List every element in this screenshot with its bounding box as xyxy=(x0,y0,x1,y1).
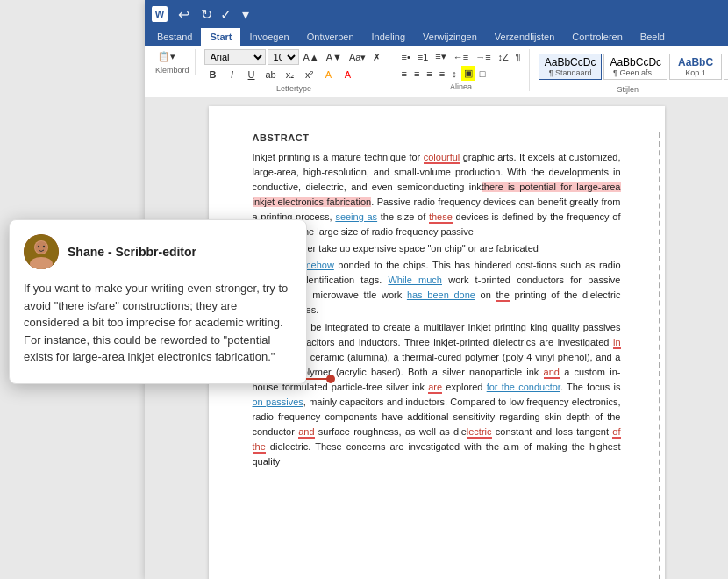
justify-button[interactable]: ≡ xyxy=(437,67,447,81)
text-11: ctric need to be integrated to create a … xyxy=(253,322,621,332)
comment-popup: Shane - Scribbr-editor If you want to ma… xyxy=(9,219,307,384)
line-spacing-button[interactable]: ↕ xyxy=(449,67,460,81)
comment-author: Shane - Scribbr-editor xyxy=(68,245,196,259)
font-controls: Arial 10 A▲ A▼ Aa▾ ✗ xyxy=(204,49,384,65)
comment-body: If you want to make your writing even st… xyxy=(24,280,292,366)
bold-button[interactable]: B xyxy=(204,67,222,82)
undo-button[interactable]: ↩ xyxy=(175,6,192,23)
font-color-button[interactable]: A xyxy=(339,67,357,82)
sort-button[interactable]: ↕Z xyxy=(496,50,511,64)
style-normal[interactable]: AaBbCcDc ¶ Standaard xyxy=(539,54,603,80)
paragraph-buttons: ≡• ≡1 ≡▾ ←≡ →≡ ↕Z ¶ xyxy=(398,49,523,64)
clipboard-label: Klembord xyxy=(155,66,189,75)
text-16: . The focus is xyxy=(560,382,621,392)
bullets-button[interactable]: ≡• xyxy=(398,50,412,64)
has-been-done-text: has been done xyxy=(407,290,475,300)
font-family-select[interactable]: Arial xyxy=(204,49,266,65)
tab-bestand[interactable]: Bestand xyxy=(148,28,201,46)
decrease-indent-button[interactable]: ←≡ xyxy=(451,50,471,64)
for-the-conductor-text: for the conductor xyxy=(487,382,560,392)
tab-ontwerpen[interactable]: Ontwerpen xyxy=(298,28,363,46)
paragraph-group: ≡• ≡1 ≡▾ ←≡ →≡ ↕Z ¶ ≡ ≡ ≡ ≡ ↕ ▣ □ Alinea xyxy=(393,49,529,91)
text-before-colourful: Inkjet printing is a mature technique fo… xyxy=(253,152,424,162)
align-center-button[interactable]: ≡ xyxy=(411,67,422,81)
title-bar-controls: ↩ ↻ ✓ ▾ xyxy=(175,6,254,23)
text-highlight-button[interactable]: A xyxy=(320,67,338,82)
text-15: explored xyxy=(442,382,487,392)
styles-gallery: AaBbCcDc ¶ Standaard AaBbCcDc ¶ Geen afs… xyxy=(539,49,728,83)
avatar xyxy=(24,234,59,269)
border-button[interactable]: □ xyxy=(477,67,489,81)
document-body-2: that they either take up expensive space… xyxy=(253,241,621,256)
tab-controleren[interactable]: Controleren xyxy=(563,28,631,46)
seeing-as-text: seeing as xyxy=(335,211,377,222)
document-body: Inkjet printing is a mature technique fo… xyxy=(253,150,621,239)
save-icon[interactable]: ✓ xyxy=(220,6,232,23)
superscript-button[interactable]: x² xyxy=(301,67,318,82)
shrink-font-button[interactable]: A▼ xyxy=(324,50,345,64)
title-bar: W ↩ ↻ ✓ ▾ xyxy=(145,0,728,28)
and2-text: and xyxy=(298,426,314,439)
tab-beeld[interactable]: Beeld xyxy=(632,28,674,46)
grow-font-button[interactable]: A▲ xyxy=(301,50,322,64)
style-heading2[interactable]: AaBbC Kop 2 xyxy=(724,54,728,80)
on-passives-text: on passives xyxy=(253,397,303,407)
font-size-select[interactable]: 10 xyxy=(268,49,299,65)
underline-button[interactable]: U xyxy=(243,67,261,82)
redo-button[interactable]: ↻ xyxy=(197,6,215,23)
the-text: the xyxy=(496,290,510,302)
tab-verzendlijsten[interactable]: Verzendlijsten xyxy=(486,28,564,46)
word-icon: W xyxy=(152,6,168,22)
paragraph-label: Alinea xyxy=(450,82,472,91)
ribbon-content: 📋▾ Klembord Arial 10 A▲ A▼ Aa▾ ✗ B I U xyxy=(145,46,728,97)
strikethrough-button[interactable]: ab xyxy=(262,67,280,82)
clipboard-buttons: 📋▾ xyxy=(155,49,178,64)
document-body-3: rate and somehow bonded to the chips. Th… xyxy=(253,258,621,318)
svg-point-4 xyxy=(38,246,39,247)
text-19: constant and loss tangent xyxy=(492,426,613,437)
comment-header: Shane - Scribbr-editor xyxy=(24,234,292,269)
shading-button[interactable]: ▣ xyxy=(461,66,475,81)
multilevel-button[interactable]: ≡▾ xyxy=(432,49,448,64)
svg-point-5 xyxy=(43,246,45,247)
style-no-spacing[interactable]: AaBbCcDc ¶ Geen afs... xyxy=(603,54,667,80)
text-9: on xyxy=(475,290,496,300)
tab-invoegen[interactable]: Invoegen xyxy=(240,28,297,46)
font-label: Lettertype xyxy=(276,84,311,93)
while-much-text: While much xyxy=(388,275,442,285)
clear-format-button[interactable]: ✗ xyxy=(370,50,383,65)
customize-button[interactable]: ▾ xyxy=(237,6,254,23)
style-heading1[interactable]: AaBbC Kop 1 xyxy=(669,54,722,80)
tab-start[interactable]: Start xyxy=(201,28,240,46)
dielectric-underline: lectric xyxy=(467,426,492,439)
styles-group: AaBbCcDc ¶ Standaard AaBbCcDc ¶ Geen afs… xyxy=(533,49,723,94)
paste-button[interactable]: 📋▾ xyxy=(155,49,178,64)
text-20: dielectric. These concerns are investiga… xyxy=(253,441,621,467)
connector-dot xyxy=(326,375,335,383)
format-buttons: B I U ab x₂ x² A A xyxy=(204,67,357,82)
comment-margin-line xyxy=(659,132,660,579)
are-text: are xyxy=(428,382,442,394)
align-right-button[interactable]: ≡ xyxy=(424,67,434,81)
subscript-button[interactable]: x₂ xyxy=(282,67,299,82)
text-12: capacitors and inductors. Three inkjet-p… xyxy=(287,337,613,347)
tab-verwijzingen[interactable]: Verwijzingen xyxy=(414,28,486,46)
text-18: surface roughness, as well as die xyxy=(315,426,467,437)
document-body-4: ctric need to be integrated to create a … xyxy=(253,320,621,469)
abstract-title: ABSTRACT xyxy=(253,132,621,143)
styles-label: Stijlen xyxy=(617,85,639,94)
italic-button[interactable]: I xyxy=(224,67,241,82)
alignment-buttons: ≡ ≡ ≡ ≡ ↕ ▣ □ xyxy=(398,66,488,81)
clipboard-group: 📋▾ Klembord xyxy=(150,49,196,75)
show-formatting-button[interactable]: ¶ xyxy=(513,50,524,64)
text-3: the size of xyxy=(377,211,429,222)
font-group: Arial 10 A▲ A▼ Aa▾ ✗ B I U ab x₂ x² A A xyxy=(199,49,390,93)
and-text: and xyxy=(544,367,560,379)
ribbon-tabs: Bestand Start Invoegen Ontwerpen Indelin… xyxy=(145,28,728,46)
these-text: these xyxy=(429,211,453,224)
numbering-button[interactable]: ≡1 xyxy=(415,50,432,64)
change-case-button[interactable]: Aa▾ xyxy=(346,50,368,65)
increase-indent-button[interactable]: →≡ xyxy=(473,50,493,64)
align-left-button[interactable]: ≡ xyxy=(398,67,409,81)
tab-indeling[interactable]: Indeling xyxy=(363,28,415,46)
